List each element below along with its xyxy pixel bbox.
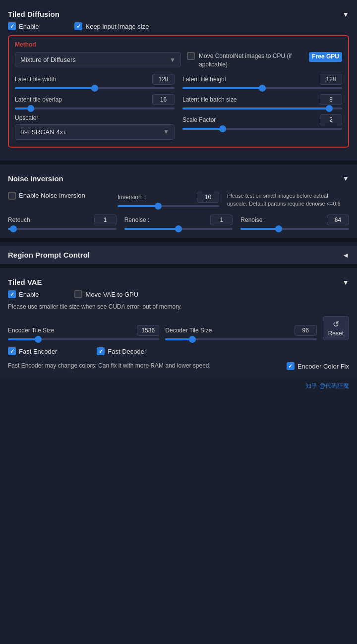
reset-icon: ↺ [333,320,339,329]
scale-factor-col: Scale Factor 2 [182,114,342,130]
encoder-tile-thumb[interactable] [35,336,42,343]
latent-tile-batch-track[interactable] [182,107,342,109]
decoder-tile-header: Decoder Tile Size 96 [165,325,316,336]
encoder-tile-header: Encoder Tile Size 1536 [8,325,159,336]
fast-decoder-label: Fast Decoder [108,348,146,355]
renoise2-value[interactable]: 64 [327,215,349,225]
latent-tile-batch-value[interactable]: 8 [320,94,342,105]
renoise-item: Renoise : 1 [124,215,233,230]
inversion-thumb[interactable] [155,203,162,210]
move-vae-checkbox-label[interactable]: Move VAE to GPU [74,290,138,298]
vae-enable-checkbox-label[interactable]: Enable [8,290,39,298]
method-value: Mixture of Diffusers [20,56,76,63]
controlnet-checkbox[interactable] [187,52,195,60]
scale-factor-label: Scale Factor [182,116,216,123]
keep-input-label: Keep input image size [85,23,149,30]
inversion-label: Inversion : [118,194,145,201]
noise-enable-checkbox-label[interactable]: Enable Noise Inversion [8,192,110,200]
noise-enable-checkbox[interactable] [8,192,16,200]
encoder-tile-track[interactable] [8,338,159,340]
latent-tile-overlap-header: Latent tile overlap 16 [15,94,175,105]
encoder-note-row: Fast Encoder may change colors; Can fix … [8,361,349,370]
retouch-thumb[interactable] [10,225,17,232]
inversion-value[interactable]: 10 [197,192,219,203]
move-vae-checkbox[interactable] [74,290,82,298]
free-gpu-badge: Free GPU [309,52,342,62]
latent-tile-overlap-track[interactable] [15,107,175,109]
latent-tile-height-item: Latent tile height 128 [182,74,342,89]
renoise-label: Renoise : [124,216,150,223]
tiled-vae-title: Tiled VAE [8,278,42,286]
latent-tile-width-label: Latent tile width [15,76,56,83]
upscaler-label: Upscaler [15,114,175,121]
encoder-tile-fill [8,338,38,340]
encoder-color-fix-text: Encoder Color Fix [298,363,349,370]
latent-tile-width-value[interactable]: 128 [152,74,175,85]
latent-tile-height-track[interactable] [182,87,342,89]
latent-tile-width-track[interactable] [15,87,175,89]
renoise2-label: Renoise : [240,216,266,223]
scale-factor-header: Scale Factor 2 [182,114,342,125]
renoise2-thumb[interactable] [275,225,282,232]
tiled-diffusion-chevron[interactable]: ▼ [342,10,349,18]
reset-button[interactable]: ↺ Reset [323,316,349,340]
decoder-tile-track[interactable] [165,338,316,340]
encoder-color-fix-label[interactable]: Encoder Color Fix [287,362,349,370]
vae-enable-checkbox[interactable] [8,290,16,298]
vae-enable-row: Enable Move VAE to GPU [8,290,349,298]
renoise-track[interactable] [124,228,233,230]
enable-checkbox-label[interactable]: Enable [8,22,39,30]
enable-checkbox[interactable] [8,22,16,30]
noise-inversion-section: Noise Inversion ▼ Enable Noise Inversion… [0,164,357,238]
scale-factor-value[interactable]: 2 [320,114,342,125]
encoder-color-fix-checkbox[interactable] [287,362,295,370]
retouch-track[interactable] [8,228,117,230]
latent-tile-height-value[interactable]: 128 [320,74,342,85]
decoder-tile-value[interactable]: 96 [295,325,317,336]
inversion-track[interactable] [118,205,219,207]
decoder-tile-thumb[interactable] [189,336,196,343]
latent-tile-height-thumb[interactable] [259,85,266,92]
noise-enable-label: Enable Noise Inversion [19,192,85,199]
keep-input-checkbox[interactable] [74,22,82,30]
renoise-thumb[interactable] [175,225,182,232]
enable-row: Enable Keep input image size [8,22,349,30]
fast-decoder-checkbox[interactable] [97,347,105,355]
noise-inversion-title: Noise Inversion [8,174,63,183]
latent-tile-batch-item: Latent tile batch size 8 [182,94,342,109]
renoise-value[interactable]: 1 [210,215,233,225]
tile-dimensions-group: Latent tile width 128 Latent tile height… [15,74,342,89]
controlnet-box: Move ControlNet images to CPU (if applic… [187,52,342,69]
upscaler-dropdown-arrow: ▼ [163,128,169,135]
noise-inversion-col: Inversion : 10 [118,192,219,208]
renoise2-fill [240,228,279,230]
latent-tile-batch-thumb[interactable] [326,105,333,112]
controlnet-label: Move ControlNet images to CPU (if applic… [199,52,305,69]
fast-decoder-checkbox-label[interactable]: Fast Decoder [97,347,146,355]
latent-tile-overlap-value[interactable]: 16 [152,94,175,105]
tiled-vae-chevron[interactable]: ▼ [342,278,349,286]
noise-inversion-chevron[interactable]: ▼ [342,174,349,182]
noise-note-col: Please test on small images before actua… [227,192,349,208]
retouch-value[interactable]: 1 [94,215,117,225]
keep-input-checkbox-label[interactable]: Keep input image size [74,22,149,30]
renoise2-track[interactable] [240,228,349,230]
method-box: Method Mixture of Diffusers ▼ Move Contr… [8,35,349,148]
latent-tile-height-header: Latent tile height 128 [182,74,342,85]
latent-tile-batch-label: Latent tile batch size [182,96,237,103]
region-prompt-title: Region Prompt Control [8,251,90,259]
region-prompt-chevron[interactable]: ◄ [342,251,349,259]
encoder-tile-item: Encoder Tile Size 1536 [8,325,159,340]
scale-factor-thumb[interactable] [219,125,226,132]
upscaler-dropdown[interactable]: R-ESRGAN 4x+ ▼ [15,124,175,140]
fast-encoder-checkbox-label[interactable]: Fast Encoder [8,347,57,355]
method-dropdown[interactable]: Mixture of Diffusers ▼ [15,52,181,67]
latent-tile-overlap-thumb[interactable] [27,105,34,112]
latent-tile-overlap-item: Latent tile overlap 16 [15,94,175,109]
latent-tile-width-thumb[interactable] [91,85,98,92]
scale-factor-track[interactable] [182,128,342,130]
noise-top-grid: Enable Noise Inversion Inversion : 10 Pl… [8,192,349,208]
latent-tile-width-item: Latent tile width 128 [15,74,175,89]
encoder-tile-value[interactable]: 1536 [137,325,159,336]
fast-encoder-checkbox[interactable] [8,347,16,355]
